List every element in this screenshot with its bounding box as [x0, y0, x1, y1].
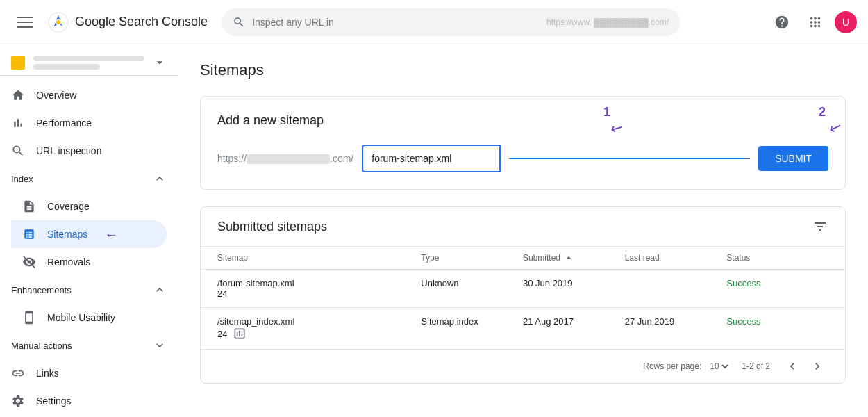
search-sidebar-icon — [11, 144, 25, 158]
svg-rect-2 — [17, 26, 33, 28]
topbar-actions: U — [768, 8, 857, 36]
url-prefix: https://.com/ — [217, 153, 353, 164]
coverage-label: Coverage — [47, 201, 90, 212]
user-avatar[interactable]: U — [835, 11, 857, 33]
cell-urls-2: 24 — [217, 327, 421, 341]
logo-text: Google Search Console — [75, 15, 208, 29]
cell-status-1: Success — [726, 278, 828, 288]
apps-button[interactable] — [801, 8, 829, 36]
svg-rect-0 — [17, 17, 33, 18]
sidebar-item-links[interactable]: Links — [0, 359, 167, 387]
col-last-read: Last read — [625, 252, 727, 263]
cell-sitemap-1: /forum-sitemap.xml — [217, 278, 421, 288]
cell-last-read-2: 27 Jun 2019 — [625, 316, 727, 327]
table-title: Submitted sitemaps — [217, 220, 327, 234]
next-page-button[interactable] — [806, 355, 828, 377]
submit-button[interactable]: SUBMIT — [758, 146, 828, 171]
col-status: Status — [726, 252, 828, 263]
removals-label: Removals — [47, 256, 90, 268]
manual-actions-section[interactable]: Manual actions — [0, 332, 178, 359]
svg-point-5 — [56, 20, 60, 24]
google-logo-icon — [47, 11, 69, 33]
removals-icon — [22, 255, 36, 269]
cell-urls-1: 24 — [217, 288, 421, 299]
search-icon — [233, 16, 245, 28]
menu-button[interactable] — [11, 8, 39, 36]
cell-type-2: Sitemap index — [421, 316, 523, 327]
settings-label: Settings — [36, 395, 72, 407]
content-area: Sitemaps Add a new sitemap 1 ↙ 2 ↙ https… — [178, 44, 868, 417]
pagination-buttons — [781, 355, 828, 377]
add-sitemap-row: https://.com/ SUBMIT — [217, 145, 828, 172]
manual-actions-label: Manual actions — [11, 341, 72, 351]
index-chevron-icon — [153, 172, 167, 186]
add-sitemap-card: Add a new sitemap 1 ↙ 2 ↙ https://.com/ … — [200, 96, 846, 190]
coverage-icon — [22, 199, 36, 213]
mobile-usability-label: Mobile Usability — [47, 312, 115, 323]
logo: Google Search Console — [47, 11, 208, 33]
home-icon — [11, 88, 25, 102]
main-layout: Overview Performance URL inspection Inde… — [0, 44, 868, 417]
table-column-headers: Sitemap Type Submitted Last read Status — [201, 247, 845, 270]
links-label: Links — [36, 368, 59, 379]
sidebar-item-mobile-usability[interactable]: Mobile Usability — [11, 304, 167, 332]
link-icon — [11, 366, 25, 380]
page-title: Sitemaps — [200, 61, 846, 79]
search-input[interactable] — [252, 17, 540, 28]
svg-rect-1 — [17, 22, 33, 23]
pagination-info: 1-2 of 2 — [742, 361, 770, 371]
mobile-icon — [22, 311, 36, 325]
property-selector[interactable] — [0, 50, 178, 76]
sidebar-item-url-inspection[interactable]: URL inspection — [0, 137, 167, 165]
topbar: Google Search Console https://www. ▓▓▓▓▓… — [0, 0, 868, 44]
table-footer: Rows per page: 10 25 50 1-2 of 2 — [201, 350, 845, 383]
prev-page-button[interactable] — [781, 355, 803, 377]
rows-per-page: Rows per page: 10 25 50 — [643, 361, 731, 372]
gear-icon — [11, 394, 25, 408]
sort-icon[interactable] — [563, 252, 574, 263]
rows-per-page-select[interactable]: 10 25 50 — [707, 361, 731, 372]
table-row: /sitemap_index.xml Sitemap index 21 Aug … — [201, 308, 845, 350]
help-button[interactable] — [768, 8, 796, 36]
index-section-label: Index — [11, 174, 33, 184]
sidebar-item-removals[interactable]: Removals — [11, 248, 167, 276]
submitted-sitemaps-card: Submitted sitemaps Sitemap Type Submitte… — [200, 206, 846, 384]
performance-label: Performance — [36, 117, 92, 129]
cell-submitted-2: 21 Aug 2017 — [523, 316, 625, 327]
sidebar: Overview Performance URL inspection Inde… — [0, 44, 178, 417]
sidebar-item-settings[interactable]: Settings — [0, 387, 167, 415]
table-header: Submitted sitemaps — [201, 207, 845, 247]
sitemap-input[interactable] — [362, 145, 501, 172]
sidebar-item-performance[interactable]: Performance — [0, 109, 167, 137]
enhancements-chevron-icon — [153, 283, 167, 297]
dropdown-icon — [153, 56, 167, 70]
add-sitemap-title: Add a new sitemap — [217, 113, 828, 128]
chart-icon[interactable] — [233, 327, 247, 341]
sitemaps-icon — [22, 227, 36, 241]
annotation-2-arrow: ↙ — [826, 117, 844, 139]
index-section[interactable]: Index — [0, 165, 178, 193]
enhancements-section[interactable]: Enhancements — [0, 276, 178, 304]
manual-actions-chevron-icon — [153, 338, 167, 352]
cell-submitted-1: 30 Jun 2019 — [523, 278, 625, 288]
sidebar-item-coverage[interactable]: Coverage — [11, 193, 167, 220]
cell-sitemap-2: /sitemap_index.xml — [217, 316, 421, 327]
col-type: Type — [421, 252, 523, 263]
rows-per-page-label: Rows per page: — [643, 361, 701, 371]
sitemaps-label: Sitemaps — [47, 229, 87, 240]
filter-icon[interactable] — [812, 218, 828, 235]
col-sitemap: Sitemap — [217, 252, 421, 263]
sidebar-item-sitemaps[interactable]: Sitemaps ← — [11, 220, 167, 248]
cell-status-2: Success — [726, 316, 828, 327]
overview-label: Overview — [36, 90, 76, 101]
search-bar[interactable]: https://www. ▓▓▓▓▓▓▓▓▓.com/ — [222, 8, 680, 36]
cell-type-1: Unknown — [421, 278, 523, 288]
property-info — [33, 56, 144, 70]
col-submitted: Submitted — [523, 252, 625, 263]
bar-chart-icon — [11, 116, 25, 130]
sidebar-item-overview[interactable]: Overview — [0, 81, 167, 109]
url-inspection-label: URL inspection — [36, 145, 101, 156]
sitemaps-arrow: ← — [104, 227, 118, 243]
property-icon — [11, 56, 25, 70]
table-row: /forum-sitemap.xml Unknown 30 Jun 2019 S… — [201, 270, 845, 308]
